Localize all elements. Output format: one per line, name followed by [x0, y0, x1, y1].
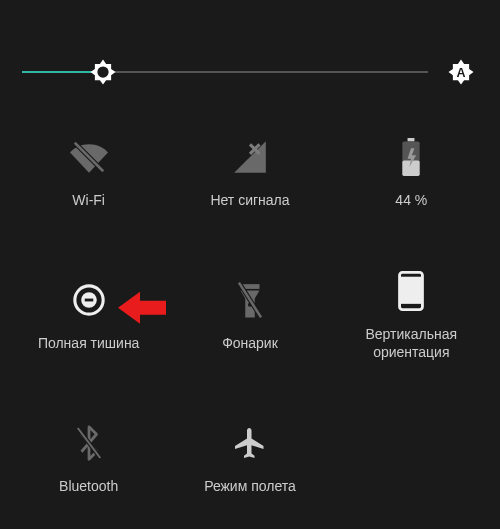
auto-brightness-toggle[interactable]: A	[444, 55, 478, 89]
wifi-label: Wi-Fi	[72, 192, 105, 210]
tiles-grid: Wi-Fi Нет сигнала	[0, 100, 500, 529]
brightness-thumb-icon[interactable]	[88, 57, 118, 87]
flashlight-icon	[237, 281, 263, 319]
flashlight-tile[interactable]: Фонарик	[169, 243, 330, 386]
no-signal-icon	[231, 138, 269, 176]
dnd-label: Полная тишина	[38, 335, 140, 353]
auto-brightness-letter: A	[456, 66, 465, 80]
bluetooth-label: Bluetooth	[59, 478, 118, 496]
do-not-disturb-icon	[72, 283, 106, 317]
wifi-tile[interactable]: Wi-Fi	[8, 100, 169, 243]
airplane-label: Режим полета	[204, 478, 296, 496]
signal-label: Нет сигнала	[210, 192, 289, 210]
airplane-tile[interactable]: Режим полета	[169, 386, 330, 529]
dnd-tile[interactable]: Полная тишина	[8, 243, 169, 386]
rotation-label: Вертикальная ориентация	[366, 326, 458, 361]
svg-rect-14	[400, 277, 423, 304]
signal-tile[interactable]: Нет сигнала	[169, 100, 330, 243]
svg-rect-3	[408, 138, 415, 141]
rotation-tile[interactable]: Вертикальная ориентация	[331, 243, 492, 386]
portrait-lock-icon	[397, 271, 425, 311]
empty-tile	[331, 386, 492, 529]
flashlight-label: Фонарик	[222, 335, 278, 353]
wifi-off-icon	[69, 138, 109, 176]
svg-point-0	[98, 66, 109, 77]
svg-rect-8	[84, 298, 93, 301]
battery-icon	[400, 138, 422, 176]
brightness-slider[interactable]	[22, 71, 428, 73]
quick-settings-panel: A Wi-Fi Нет сигнала	[0, 0, 500, 529]
bluetooth-off-icon	[74, 424, 104, 462]
bluetooth-tile[interactable]: Bluetooth	[8, 386, 169, 529]
annotation-arrow-icon	[118, 289, 166, 325]
brightness-row: A	[0, 0, 500, 100]
airplane-icon	[232, 425, 268, 461]
battery-label: 44 %	[395, 192, 427, 210]
battery-tile[interactable]: 44 %	[331, 100, 492, 243]
